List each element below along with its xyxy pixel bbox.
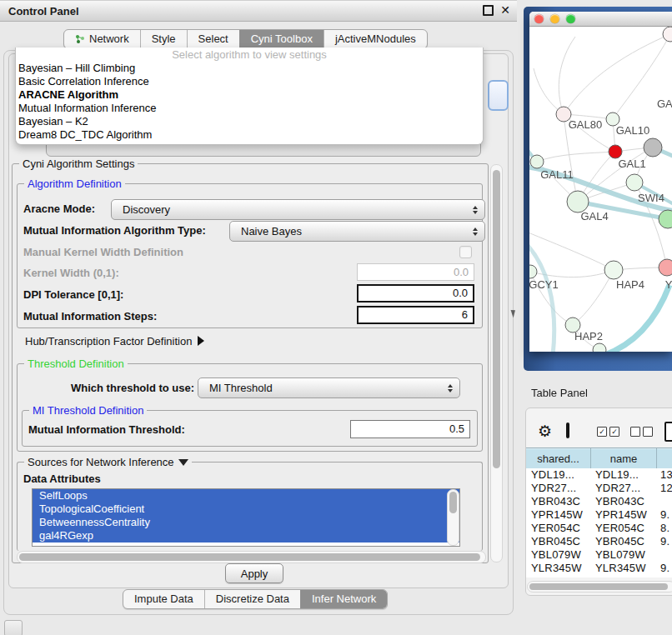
close-icon[interactable]: ✕ (500, 4, 510, 16)
tab-jactivemnodules[interactable]: jActiveMNodules (323, 30, 427, 48)
attribute-item-topologicalcoefficient[interactable]: TopologicalCoefficient (33, 502, 459, 516)
table-row[interactable]: YIL052CYIL052C9 (526, 575, 672, 578)
document-icon[interactable] (664, 422, 672, 442)
bottom-tabs: Impute DataDiscretize DataInfer Network (123, 589, 388, 609)
table-cell: YIL052C (526, 575, 590, 578)
network-canvas[interactable]: GAL80GAL10GAL1GAL11SWI4GAL4GCY1HAP4YHAP2… (529, 27, 672, 352)
settings-vertical-scrollbar-thumb[interactable] (493, 170, 500, 468)
checked-checkbox-icon[interactable]: ✓ (609, 427, 619, 437)
mi-algorithm-type-select[interactable]: Naive Bayes (229, 221, 485, 242)
bottom-tab-infer-network[interactable]: Infer Network (300, 590, 387, 608)
table-body: YDL19...YDL19...13YDR27...YDR27...12YBR0… (526, 468, 672, 578)
algorithm-option-2[interactable]: Basic Correlation Inference (16, 75, 483, 88)
table-row[interactable]: YBR043CYBR043C (526, 495, 672, 508)
table-cell: YBR043C (590, 495, 655, 508)
minimize-traffic-light[interactable] (550, 14, 559, 23)
which-threshold-select[interactable]: MI Threshold (198, 378, 460, 398)
manual-kernel-width-checkbox[interactable] (459, 246, 472, 258)
attribute-item-betweennesscentrality[interactable]: BetweennessCentrality (33, 516, 459, 529)
algorithm-option-3[interactable]: ARACNE Algorithm (16, 88, 483, 102)
gear-icon[interactable]: ⚙ (538, 422, 552, 441)
network-window-titlebar[interactable] (529, 12, 672, 27)
network-node-node[interactable] (644, 138, 662, 157)
mi-threshold-field[interactable]: 0.5 (350, 420, 470, 438)
tab-network[interactable]: Network (64, 30, 140, 48)
apply-button[interactable]: Apply (225, 563, 283, 583)
algorithm-option-1[interactable]: Bayesian – Hill Climbing (16, 62, 483, 75)
network-node-label: Y (665, 278, 672, 291)
network-node-gcy1[interactable] (529, 265, 537, 278)
attribute-item-selfloops[interactable]: SelfLoops (33, 489, 459, 502)
table-header-name[interactable]: name (591, 448, 657, 469)
table-cell: 9. (655, 562, 672, 575)
checked-checkbox-icon[interactable]: ✓ (597, 427, 607, 437)
tab-style[interactable]: Style (140, 30, 187, 48)
mi-algorithm-type-value: Naive Bayes (241, 225, 302, 238)
table-header-shared[interactable]: shared... (526, 448, 591, 469)
network-node-gal11[interactable] (530, 155, 544, 168)
unchecked-checkbox-icon[interactable] (643, 427, 653, 437)
network-node-label: GAL80 (569, 118, 602, 131)
table-cell: YLR345W (526, 562, 590, 575)
settings-horizontal-scrollbar-thumb[interactable] (19, 553, 480, 561)
network-node-swi4[interactable] (626, 174, 643, 191)
network-node-gal1[interactable] (609, 145, 622, 158)
table-cell: YIL052C (590, 575, 655, 578)
sources-legend-label: Sources for Network Inference (28, 456, 174, 468)
control-panel-title: Control Panel (8, 5, 79, 18)
hub-transcription-expander[interactable]: Hub/Transcription Factor Definition (25, 332, 204, 349)
settings-horizontal-scrollbar[interactable] (17, 551, 486, 563)
unchecked-checkbox-icon[interactable] (630, 427, 640, 437)
algorithm-option-4[interactable]: Mutual Information Inference (16, 102, 483, 115)
focused-combo-fragment (488, 80, 509, 111)
table-cell: YLR345W (590, 562, 655, 575)
network-node-node[interactable] (659, 210, 672, 228)
network-node-y[interactable] (659, 259, 672, 276)
control-panel-tabs: NetworkStyleSelectCyni ToolboxjActiveMNo… (63, 29, 428, 49)
float-window-icon[interactable] (483, 5, 494, 16)
tab-label: Style (152, 30, 176, 48)
tab-label: Network (89, 30, 129, 48)
settings-vertical-scrollbar[interactable] (490, 164, 503, 562)
attributes-list-scrollbar-thumb[interactable] (449, 492, 457, 513)
table-row[interactable]: YER054CYER054C8. (526, 522, 672, 535)
tab-label: jActiveMNodules (335, 30, 416, 48)
corner-mini-button[interactable] (4, 620, 23, 635)
network-node-hap4[interactable] (604, 261, 623, 279)
table-cell: YDR27... (526, 482, 590, 495)
zoom-traffic-light[interactable] (566, 14, 575, 23)
algorithm-dropdown-prompt: Select algorithm to view settings (16, 48, 483, 62)
tab-select[interactable]: Select (187, 30, 239, 48)
kernel-width-field[interactable]: 0.0 (357, 263, 474, 281)
table-row[interactable]: YDR27...YDR27...12 (526, 482, 672, 495)
tab-label: Select (198, 30, 228, 48)
network-node-node[interactable] (593, 343, 606, 352)
table-row[interactable]: YBL079WYBL079W (526, 548, 672, 562)
attributes-list-scrollbar[interactable] (447, 489, 459, 546)
tab-label: Cyni Toolbox (251, 30, 313, 48)
bottom-tab-impute-data[interactable]: Impute Data (123, 590, 204, 608)
aracne-mode-select[interactable]: Discovery (111, 199, 485, 220)
algorithm-option-6[interactable]: Dream8 DC_TDC Algorithm (16, 128, 483, 142)
algorithm-option-5[interactable]: Bayesian – K2 (16, 115, 483, 128)
kernel-width-label: Kernel Width (0,1): (23, 264, 119, 282)
sources-legend[interactable]: Sources for Network Inference (24, 456, 192, 468)
mi-steps-field[interactable]: 6 (357, 306, 474, 324)
network-node-node[interactable] (663, 27, 672, 42)
table-row[interactable]: YPR145WYPR145W9. (526, 508, 672, 522)
columns-icon[interactable] (566, 422, 569, 438)
dpi-tolerance-field[interactable]: 0.0 (357, 284, 474, 302)
which-threshold-value: MI Threshold (209, 382, 273, 394)
close-traffic-light[interactable] (534, 14, 544, 23)
attribute-item-gal4rgexp[interactable]: gal4RGexp (33, 529, 459, 542)
bottom-tab-discretize-data[interactable]: Discretize Data (204, 590, 300, 608)
table-horizontal-scrollbar[interactable] (527, 581, 672, 592)
table-row[interactable]: YLR345WYLR345W9. (526, 562, 672, 575)
table-row[interactable]: YDL19...YDL19...13 (526, 468, 672, 482)
table-header-extra[interactable] (657, 448, 672, 469)
mi-algorithm-type-label: Mutual Information Algorithm Type: (23, 222, 206, 240)
stepper-arrows-icon (473, 206, 478, 214)
table-row[interactable]: YBR045CYBR045C9. (526, 535, 672, 548)
table-horizontal-scrollbar-thumb[interactable] (529, 583, 668, 590)
tab-cyni-toolbox[interactable]: Cyni Toolbox (239, 30, 323, 48)
